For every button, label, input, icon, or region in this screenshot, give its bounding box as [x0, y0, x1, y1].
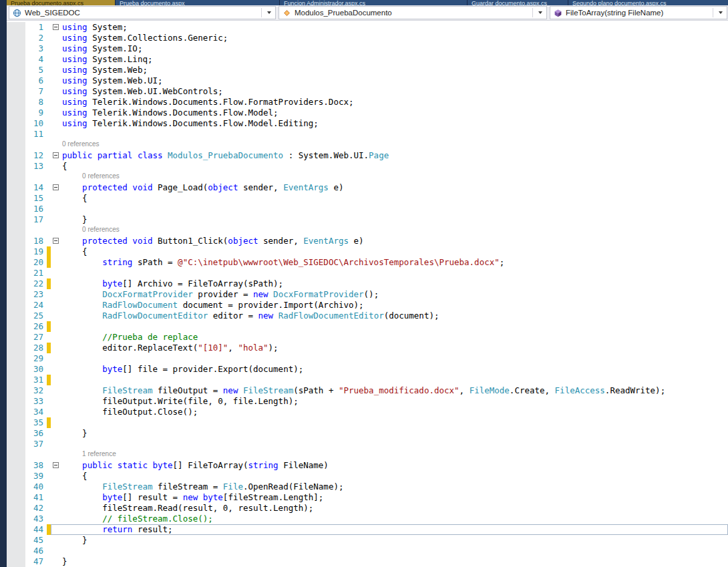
type-dropdown[interactable]: Modulos_PruebaDocumento: [279, 6, 547, 19]
breakpoint-margin[interactable]: [7, 343, 25, 353]
breakpoint-margin[interactable]: [7, 225, 25, 236]
breakpoint-margin[interactable]: [7, 129, 25, 140]
codelens-references[interactable]: 0 references: [62, 140, 100, 148]
breakpoint-margin[interactable]: [7, 375, 25, 385]
breakpoint-margin[interactable]: [7, 492, 25, 503]
breakpoint-margin[interactable]: [7, 108, 25, 118]
breakpoint-margin[interactable]: [7, 300, 25, 311]
code-text[interactable]: public partial class Modulos_PruebaDocum…: [62, 150, 728, 161]
code-text[interactable]: string sPath = @"C:\inetpub\wwwroot\Web_…: [62, 257, 728, 268]
code-text[interactable]: using System.Web;: [62, 65, 728, 75]
breakpoint-margin[interactable]: [7, 428, 25, 439]
breakpoint-margin[interactable]: [7, 161, 25, 172]
breakpoint-margin[interactable]: [7, 193, 25, 204]
code-text[interactable]: }: [62, 428, 728, 439]
document-tab[interactable]: Funcion Administrador.aspx.cs: [280, 0, 467, 5]
breakpoint-margin[interactable]: [7, 396, 25, 407]
breakpoint-margin[interactable]: [7, 214, 25, 225]
code-text[interactable]: 0 references: [62, 140, 728, 150]
code-text[interactable]: [62, 417, 728, 428]
code-text[interactable]: fileOutput.Close();: [62, 407, 728, 417]
breakpoint-margin[interactable]: [7, 172, 25, 182]
code-text[interactable]: using Telerik.Windows.Documents.Flow.For…: [62, 97, 728, 108]
codelens-references[interactable]: 0 references: [82, 226, 120, 233]
code-text[interactable]: //Prueba de replace: [62, 332, 728, 343]
breakpoint-margin[interactable]: [7, 449, 25, 460]
breakpoint-margin[interactable]: [7, 22, 25, 33]
code-text[interactable]: }: [62, 214, 728, 225]
code-text[interactable]: 1 reference: [62, 449, 728, 460]
code-text[interactable]: using Telerik.Windows.Documents.Flow.Mod…: [62, 108, 728, 118]
chevron-down-icon[interactable]: [267, 11, 271, 14]
code-text[interactable]: [62, 353, 728, 364]
fold-toggle-icon[interactable]: [53, 152, 59, 158]
code-text[interactable]: fileOutput.Write(file, 0, file.Length);: [62, 396, 728, 407]
breakpoint-margin[interactable]: [7, 54, 25, 65]
code-text[interactable]: byte[] file = provider.Export(document);: [62, 364, 728, 375]
breakpoint-margin[interactable]: [7, 118, 25, 129]
breakpoint-margin[interactable]: [7, 535, 25, 546]
code-text[interactable]: {: [62, 193, 728, 204]
code-text[interactable]: // fileStream.Close();: [62, 514, 728, 524]
code-text[interactable]: FileStream fileStream = File.OpenRead(Fi…: [62, 482, 728, 492]
breakpoint-margin[interactable]: [7, 140, 25, 150]
code-text[interactable]: RadFlowDocument document = provider.Impo…: [62, 300, 728, 311]
code-text[interactable]: 0 references: [62, 225, 728, 236]
breakpoint-margin[interactable]: [7, 182, 25, 193]
breakpoint-margin[interactable]: [7, 236, 25, 246]
code-text[interactable]: [62, 439, 728, 449]
code-text[interactable]: using System.Web.UI;: [62, 75, 728, 86]
breakpoint-margin[interactable]: [7, 321, 25, 332]
breakpoint-margin[interactable]: [7, 257, 25, 268]
code-text[interactable]: }: [62, 556, 728, 567]
breakpoint-margin[interactable]: [7, 65, 25, 75]
breakpoint-margin[interactable]: [7, 97, 25, 108]
chevron-down-icon[interactable]: [538, 11, 542, 14]
code-text[interactable]: protected void Button1_Click(object send…: [62, 236, 728, 246]
breakpoint-margin[interactable]: [7, 43, 25, 54]
code-text[interactable]: protected void Page_Load(object sender, …: [62, 182, 728, 193]
breakpoint-margin[interactable]: [7, 471, 25, 482]
code-text[interactable]: using System;: [62, 22, 728, 33]
breakpoint-margin[interactable]: [7, 86, 25, 97]
fold-toggle-icon[interactable]: [53, 24, 59, 30]
code-text[interactable]: [62, 546, 728, 556]
breakpoint-margin[interactable]: [7, 289, 25, 300]
code-text[interactable]: using System.IO;: [62, 43, 728, 54]
code-text[interactable]: }: [62, 535, 728, 546]
breakpoint-margin[interactable]: [7, 364, 25, 375]
code-text[interactable]: byte[] Archivo = FileToArray(sPath);: [62, 278, 728, 289]
code-text[interactable]: 0 references: [62, 172, 728, 182]
breakpoint-margin[interactable]: [7, 460, 25, 471]
document-tab[interactable]: Segundo plano documento.aspx.cs: [568, 0, 728, 5]
breakpoint-margin[interactable]: [7, 332, 25, 343]
code-text[interactable]: using System.Web.UI.WebControls;: [62, 86, 728, 97]
document-tab[interactable]: Prueba documento.aspx.cs: [7, 0, 115, 5]
project-dropdown[interactable]: Web_SIGEDOC: [9, 6, 276, 19]
code-text[interactable]: [62, 375, 728, 385]
code-text[interactable]: DocxFormatProvider provider = new DocxFo…: [62, 289, 728, 300]
code-text[interactable]: public static byte[] FileToArray(string …: [62, 460, 728, 471]
code-text[interactable]: [62, 129, 728, 140]
breakpoint-margin[interactable]: [7, 503, 25, 514]
fold-toggle-icon[interactable]: [53, 238, 59, 244]
code-text[interactable]: fileStream.Read(result, 0, result.Length…: [62, 503, 728, 514]
code-text[interactable]: using System.Linq;: [62, 54, 728, 65]
code-text[interactable]: [62, 204, 728, 214]
chevron-down-icon[interactable]: [719, 11, 723, 14]
breakpoint-margin[interactable]: [7, 278, 25, 289]
breakpoint-margin[interactable]: [7, 556, 25, 567]
breakpoint-margin[interactable]: [7, 268, 25, 278]
code-text[interactable]: RadFlowDocumentEditor editor = new RadFl…: [62, 311, 728, 321]
breakpoint-margin[interactable]: [7, 514, 25, 524]
member-dropdown[interactable]: FileToArray(string FileName): [550, 6, 727, 19]
breakpoint-margin[interactable]: [7, 417, 25, 428]
breakpoint-margin[interactable]: [7, 439, 25, 449]
breakpoint-margin[interactable]: [7, 407, 25, 417]
fold-toggle-icon[interactable]: [53, 462, 59, 468]
breakpoint-margin[interactable]: [7, 150, 25, 161]
codelens-references[interactable]: 0 references: [82, 172, 120, 180]
document-tab[interactable]: Guardar documento.aspx.cs: [468, 0, 568, 5]
code-text[interactable]: return result;: [62, 524, 728, 535]
breakpoint-margin[interactable]: [7, 246, 25, 257]
